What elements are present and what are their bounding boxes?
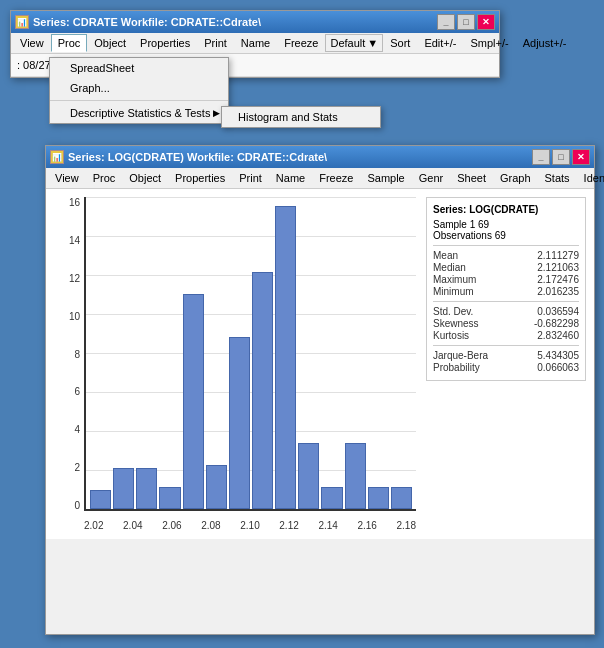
dropdown-graph[interactable]: Graph... — [50, 78, 228, 98]
x-label-218: 2.18 — [397, 520, 416, 531]
menu-view[interactable]: View — [13, 34, 51, 52]
menu-default-dropdown[interactable]: Default ▼ — [325, 34, 383, 52]
stat-minimum: Minimum 2.016235 — [433, 286, 579, 297]
bar-4 — [159, 487, 180, 509]
bar-1 — [90, 490, 111, 509]
log-minimize-button[interactable]: _ — [532, 149, 550, 165]
y-label-10: 10 — [69, 311, 80, 322]
stat-probability: Probability 0.066063 — [433, 362, 579, 373]
bar-14 — [391, 487, 412, 509]
stat-kurtosis-label: Kurtosis — [433, 330, 469, 341]
log-cdrate-window-title: Series: LOG(CDRATE) Workfile: CDRATE::Cd… — [68, 151, 327, 163]
stats-sample: Sample 1 69 — [433, 219, 579, 230]
menu-proc[interactable]: Proc — [51, 34, 88, 52]
x-label-212: 2.12 — [279, 520, 298, 531]
bar-11 — [321, 487, 342, 509]
menu-adjust[interactable]: Adjust+/- — [516, 34, 574, 52]
stat-mean: Mean 2.111279 — [433, 250, 579, 261]
bar-7 — [229, 337, 250, 509]
bar-5 — [183, 294, 204, 509]
menu-edit[interactable]: Edit+/- — [417, 34, 463, 52]
log-menu-name[interactable]: Name — [269, 169, 312, 187]
log-title-bar-left: 📊 Series: LOG(CDRATE) Workfile: CDRATE::… — [50, 150, 327, 164]
log-maximize-button[interactable]: □ — [552, 149, 570, 165]
dropdown-separator — [50, 100, 228, 101]
log-cdrate-title-bar: 📊 Series: LOG(CDRATE) Workfile: CDRATE::… — [46, 146, 594, 168]
log-menu-ident[interactable]: Ident — [577, 169, 604, 187]
minimize-button[interactable]: _ — [437, 14, 455, 30]
cdrate-menu-bar: View Proc Object Properties Print Name F… — [11, 33, 499, 54]
y-label-14: 14 — [69, 235, 80, 246]
y-label-4: 4 — [74, 424, 80, 435]
cdrate-title-bar: 📊 Series: CDRATE Workfile: CDRATE::Cdrat… — [11, 11, 499, 33]
log-menu-proc[interactable]: Proc — [86, 169, 123, 187]
bar-10 — [298, 443, 319, 509]
stat-prob-value: 0.066063 — [537, 362, 579, 373]
stat-minimum-label: Minimum — [433, 286, 474, 297]
x-label-204: 2.04 — [123, 520, 142, 531]
log-menu-freeze[interactable]: Freeze — [312, 169, 360, 187]
histogram-bars — [86, 197, 416, 509]
stat-stddev-value: 0.036594 — [537, 306, 579, 317]
y-label-6: 6 — [74, 386, 80, 397]
bar-3 — [136, 468, 157, 509]
stat-maximum-value: 2.172476 — [537, 274, 579, 285]
stats-divider-3 — [433, 345, 579, 346]
dropdown-spreadsheet[interactable]: SpreadSheet — [50, 58, 228, 78]
x-label-214: 2.14 — [318, 520, 337, 531]
log-menu-print[interactable]: Print — [232, 169, 269, 187]
submenu-histogram-stats[interactable]: Histogram and Stats — [222, 107, 380, 127]
stat-maximum: Maximum 2.172476 — [433, 274, 579, 285]
log-menu-sample[interactable]: Sample — [360, 169, 411, 187]
stats-divider-2 — [433, 301, 579, 302]
menu-object[interactable]: Object — [87, 34, 133, 52]
close-button[interactable]: ✕ — [477, 14, 495, 30]
stat-skewness: Skewness -0.682298 — [433, 318, 579, 329]
stat-kurtosis-value: 2.832460 — [537, 330, 579, 341]
x-label-210: 2.10 — [240, 520, 259, 531]
log-close-button[interactable]: ✕ — [572, 149, 590, 165]
x-label-202: 2.02 — [84, 520, 103, 531]
stat-prob-label: Probability — [433, 362, 480, 373]
log-menu-stats[interactable]: Stats — [538, 169, 577, 187]
menu-print[interactable]: Print — [197, 34, 234, 52]
cdrate-window: 📊 Series: CDRATE Workfile: CDRATE::Cdrat… — [10, 10, 500, 78]
submenu-arrow-icon: ▶ — [213, 108, 220, 118]
log-title-controls: _ □ ✕ — [532, 149, 590, 165]
menu-sort[interactable]: Sort — [383, 34, 417, 52]
stat-skewness-value: -0.682298 — [534, 318, 579, 329]
maximize-button[interactable]: □ — [457, 14, 475, 30]
proc-dropdown-menu: SpreadSheet Graph... Descriptive Statist… — [49, 57, 229, 124]
title-controls: _ □ ✕ — [437, 14, 495, 30]
log-menu-genr[interactable]: Genr — [412, 169, 450, 187]
stat-jb-value: 5.434305 — [537, 350, 579, 361]
menu-name[interactable]: Name — [234, 34, 277, 52]
y-label-12: 12 — [69, 273, 80, 284]
menu-properties[interactable]: Properties — [133, 34, 197, 52]
stat-stddev: Std. Dev. 0.036594 — [433, 306, 579, 317]
menu-smpl[interactable]: Smpl+/- — [463, 34, 515, 52]
log-menu-object[interactable]: Object — [122, 169, 168, 187]
y-label-2: 2 — [74, 462, 80, 473]
x-axis-labels: 2.02 2.04 2.06 2.08 2.10 2.12 2.14 2.16 … — [84, 520, 416, 531]
log-menu-graph[interactable]: Graph — [493, 169, 538, 187]
dropdown-descriptive-stats[interactable]: Descriptive Statistics & Tests ▶ — [50, 103, 228, 123]
log-window-icon: 📊 — [50, 150, 64, 164]
menu-freeze[interactable]: Freeze — [277, 34, 325, 52]
stat-kurtosis: Kurtosis 2.832460 — [433, 330, 579, 341]
log-menu-view[interactable]: View — [48, 169, 86, 187]
log-menu-sheet[interactable]: Sheet — [450, 169, 493, 187]
title-bar-left: 📊 Series: CDRATE Workfile: CDRATE::Cdrat… — [15, 15, 261, 29]
bar-9 — [275, 206, 296, 509]
stat-maximum-label: Maximum — [433, 274, 476, 285]
y-label-0: 0 — [74, 500, 80, 511]
stat-mean-label: Mean — [433, 250, 458, 261]
stat-stddev-label: Std. Dev. — [433, 306, 473, 317]
log-cdrate-window: 📊 Series: LOG(CDRATE) Workfile: CDRATE::… — [45, 145, 595, 635]
log-menu-properties[interactable]: Properties — [168, 169, 232, 187]
chart-plot-area — [84, 197, 416, 511]
stats-series-title: Series: LOG(CDRATE) — [433, 204, 579, 215]
log-cdrate-menu-bar: View Proc Object Properties Print Name F… — [46, 168, 594, 189]
histogram-chart-container: 16 14 12 10 8 6 4 2 0 — [46, 189, 594, 539]
x-label-206: 2.06 — [162, 520, 181, 531]
